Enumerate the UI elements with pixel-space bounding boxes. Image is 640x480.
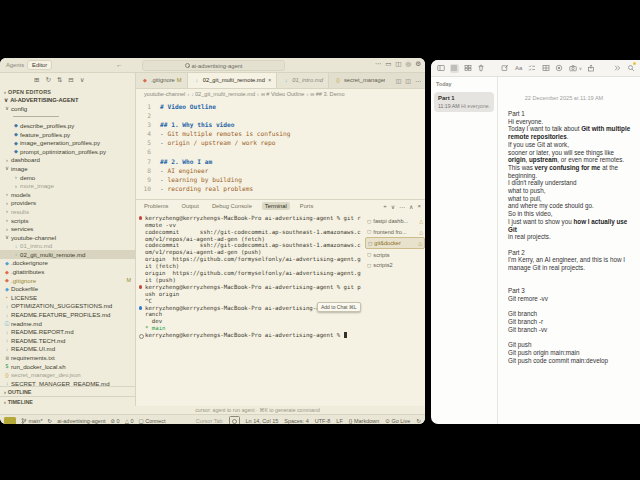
terminal-instance[interactable]: ▢scripts2	[365, 260, 425, 271]
format-icon[interactable]: Aa	[514, 64, 523, 73]
file-tree-item[interactable]: ◆.dockerignore	[0, 259, 135, 268]
panel-layout-icon[interactable]: ▭	[385, 60, 391, 68]
file-tree-item[interactable]: ◆Dockerfile	[0, 284, 135, 293]
remote-indicator[interactable]	[4, 417, 16, 425]
breadcrumb-item[interactable]: ↓ 02_git_multi_remote.md	[191, 91, 255, 97]
mode-tab-editor[interactable]: Editor	[27, 60, 52, 70]
file-tree-item[interactable]: ↓01_intro.md	[0, 242, 135, 251]
file-tree-item[interactable]: ◆.gitignoreM	[0, 276, 135, 285]
close-icon[interactable]: ×	[268, 77, 271, 83]
status-item[interactable]: ai-advertising-agent	[57, 418, 105, 424]
timeline-section[interactable]: › TIMELINE	[0, 396, 135, 406]
open-editors-section[interactable]: › OPEN EDITORS	[0, 87, 135, 96]
sidebar-icon[interactable]	[436, 64, 445, 73]
chevron-down-icon[interactable]: ∨	[391, 203, 395, 210]
file-tree-item[interactable]: ◆describe_profiles.py	[0, 121, 135, 130]
editor-tab[interactable]: {}secret_manager	[329, 73, 385, 88]
terminal-instance[interactable]: ▢fastpi dashb...△	[365, 216, 425, 227]
file-tree-item[interactable]: ◆image_generation_profiles.py	[0, 138, 135, 147]
settings-gear-icon[interactable]: ⚙	[415, 60, 421, 68]
status-item[interactable]: UTF-8	[315, 418, 331, 424]
terminal-instance[interactable]: ▢scripts	[365, 249, 425, 260]
note-editor[interactable]: 22 December 2025 at 11:19 AM Part 1 Hi e…	[498, 77, 640, 424]
file-tree-item[interactable]: ⓘreadme.md	[0, 319, 135, 328]
file-tree-item[interactable]: ›scripts	[0, 216, 135, 225]
file-tree-item[interactable]: ↓README.UI.md	[0, 345, 135, 354]
panel-tab-ports[interactable]: Ports	[297, 202, 317, 210]
breadcrumb-item[interactable]: youtube-channel	[144, 91, 185, 97]
language-mode-icon[interactable]: {}Markdown	[349, 418, 380, 424]
swap-icon[interactable]: ⇅	[57, 76, 62, 84]
sync-icon[interactable]: ↻	[48, 418, 53, 424]
plus-icon[interactable]: +	[383, 203, 387, 210]
close-icon[interactable]: ×	[417, 203, 421, 210]
status-item[interactable]: Spaces: 4	[284, 418, 308, 424]
refresh-icon[interactable]: ↻	[45, 76, 50, 84]
panel-tab-terminal[interactable]: Terminal	[262, 202, 290, 210]
breadcrumb-item[interactable]: ⊟ # Video Outline	[261, 91, 305, 97]
aperture-icon[interactable]	[555, 64, 564, 73]
more-icon[interactable]: ⋯	[399, 203, 405, 210]
share-icon[interactable]	[587, 64, 596, 73]
panel-tab-output[interactable]: Output	[178, 202, 201, 210]
file-tree-item[interactable]: ▪LICENSE	[0, 293, 135, 302]
more-icon[interactable]: ⋯	[415, 77, 421, 84]
table-icon[interactable]	[541, 64, 550, 73]
editor-code-area[interactable]: 1# Video Outline23## 1. Why this video4-…	[136, 99, 425, 199]
errors-icon[interactable]: ⊘0	[110, 418, 119, 424]
file-tree-item[interactable]: ◆prompt_optimization_profiles.py	[0, 147, 135, 156]
file-tree-item[interactable]: ›more_image	[0, 181, 135, 190]
file-tree-item[interactable]: ↓README.REPORT.md	[0, 327, 135, 336]
breadcrumb-item[interactable]: ⊟ ## 3. Demo	[310, 91, 344, 97]
editor-tab[interactable]: ↓02_git_multi_remote.md×	[188, 73, 278, 88]
file-tree-item[interactable]: ↓SECRET_MANAGER_README.md	[0, 379, 135, 386]
terminal-instance[interactable]: ▢frontend fro...△	[365, 226, 425, 237]
branch-icon[interactable]: main*	[21, 418, 43, 424]
file-tree-item[interactable]: ↓OPTIMIZATION_SUGGESTIONS.md	[0, 302, 135, 311]
record-icon[interactable]: ◎	[406, 60, 412, 68]
panel-tab-debug-console[interactable]: Debug Console	[209, 202, 255, 210]
mode-tab-agents[interactable]: Agents	[6, 62, 24, 68]
file-tree-item[interactable]: {}secret_manager_dev.json	[0, 370, 135, 379]
file-tree-item[interactable]: ↓README.TECH.md	[0, 336, 135, 345]
split-editor-icon[interactable]: ◫	[396, 77, 402, 84]
file-tree-item[interactable]: ≣requirements.txt	[0, 353, 135, 362]
chevron-down-icon[interactable]: ∨	[80, 76, 85, 84]
checklist-icon[interactable]	[528, 64, 537, 73]
chevron-up-icon[interactable]: ∧	[409, 203, 413, 210]
status-item[interactable]: Ln 14, Col 15	[246, 418, 279, 424]
more-chevrons-icon[interactable]	[613, 64, 622, 73]
command-center-search[interactable]: ai-advertising-agent	[142, 60, 285, 71]
file-tree-item[interactable]: ›demo	[0, 173, 135, 182]
list-view-icon[interactable]	[450, 64, 459, 73]
file-tree-item[interactable]: ◆.gitattributes	[0, 267, 135, 276]
file-tree-item[interactable]: ›providers	[0, 199, 135, 208]
trash-icon[interactable]	[477, 64, 486, 73]
editor-tab[interactable]: ◆.gitignoreM	[136, 73, 188, 88]
new-file-icon[interactable]: ⊞	[34, 76, 39, 84]
gallery-view-icon[interactable]	[463, 64, 472, 73]
status-item[interactable]: Cursor Tab	[196, 418, 223, 424]
cursor-tab-box[interactable]	[229, 416, 240, 424]
outline-section[interactable]: › OUTLINE	[0, 386, 135, 396]
file-tree-item[interactable]: ›results	[0, 207, 135, 216]
camera-icon[interactable]	[568, 64, 577, 73]
layout-icon[interactable]: ◫	[405, 77, 411, 84]
add-to-chat-tooltip[interactable]: Add to Chat ⌘L	[317, 302, 361, 312]
layout-icon[interactable]: ◫	[395, 60, 401, 68]
file-tree-item[interactable]: ›services	[0, 224, 135, 233]
file-tree-item[interactable]: ◆feature_profiles.py	[0, 130, 135, 139]
back-arrow-icon[interactable]: ←	[116, 61, 123, 68]
file-tree-item[interactable]: ∨youtube-channel	[0, 233, 135, 242]
file-tree-item[interactable]: ∨config	[0, 104, 135, 113]
terminal-instance[interactable]: ▢git&docker△	[365, 237, 425, 250]
editor-tab[interactable]: ↓01_intro.md	[277, 73, 329, 88]
file-tree-item[interactable]: ›dashboard	[0, 156, 135, 165]
workspace-root[interactable]: ∨ AI-ADVERTISING-AGENT	[0, 96, 135, 104]
refresh-icon[interactable]: ↻	[416, 418, 421, 424]
file-tree-item[interactable]	[0, 113, 135, 122]
warnings-icon[interactable]: △0	[125, 418, 134, 424]
file-tree-item[interactable]: ∨image	[0, 164, 135, 173]
collapse-icon[interactable]: ⊟	[68, 76, 73, 84]
file-tree-item[interactable]: ↓02_git_multi_remote.md	[0, 250, 135, 259]
